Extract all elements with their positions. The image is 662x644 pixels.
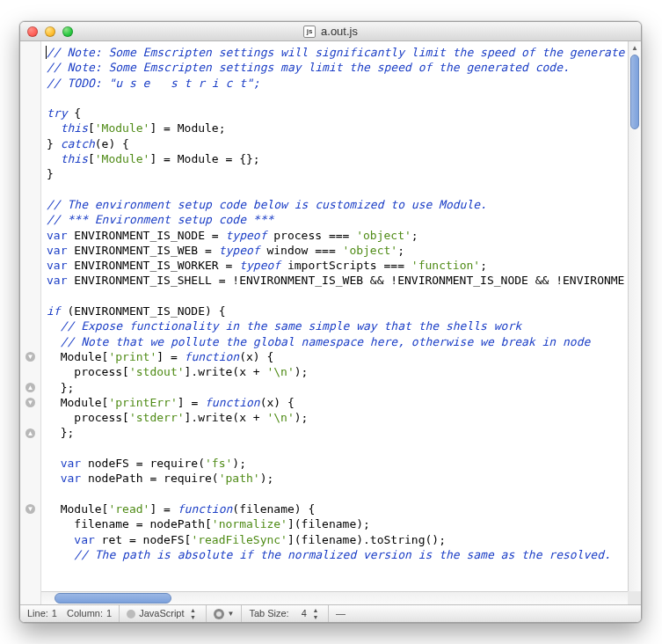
scrollbar-thumb-h[interactable] (55, 593, 171, 604)
scrollbar-track[interactable] (629, 55, 640, 591)
traffic-lights (27, 26, 73, 37)
status-bar: Line: 1 Column: 1 JavaScript ▲▼ ▼ Tab Si… (20, 604, 641, 622)
language-selector[interactable]: JavaScript ▲▼ (120, 605, 206, 622)
tabsize-value: 4 (302, 609, 307, 618)
fold-open-icon[interactable]: ▼ (25, 504, 35, 514)
status-extra-text: — (336, 609, 346, 618)
scroll-up-icon[interactable]: ▲ (629, 41, 641, 55)
settings-menu[interactable]: ▼ (207, 605, 243, 622)
editor-window: js a.out.js ▼▲▼▲▼ // Note: Some Emscript… (19, 21, 642, 623)
line-label: Line: (27, 609, 48, 618)
minimize-icon[interactable] (45, 26, 55, 37)
window-title: js a.out.js (303, 26, 358, 38)
chevron-down-icon: ▼ (228, 610, 235, 618)
window-title-text: a.out.js (321, 26, 358, 37)
fold-close-icon[interactable]: ▲ (25, 383, 35, 392)
scrollbar-thumb[interactable] (630, 55, 639, 129)
code-area[interactable]: // Note: Some Emscripten settings will s… (41, 41, 641, 604)
cursor-position: Line: 1 Column: 1 (20, 605, 120, 622)
fold-open-icon[interactable]: ▼ (25, 352, 35, 362)
stepper-icon[interactable]: ▲▼ (310, 607, 321, 621)
titlebar[interactable]: js a.out.js (20, 22, 641, 41)
scrollbar-corner (628, 591, 641, 604)
vertical-scrollbar[interactable]: ▲ ▼ (628, 41, 641, 604)
column-label: Column: (67, 609, 103, 618)
status-extra: — (329, 605, 641, 622)
horizontal-scrollbar[interactable] (41, 591, 628, 604)
gutter[interactable]: ▼▲▼▲▼ (20, 41, 41, 604)
close-icon[interactable] (27, 26, 38, 37)
column-value: 1 (106, 609, 112, 618)
gear-icon[interactable] (214, 609, 224, 619)
tab-size-selector[interactable]: Tab Size: 4 ▲▼ (242, 605, 329, 622)
js-file-icon: js (303, 26, 316, 38)
tabsize-label: Tab Size: (249, 609, 288, 618)
fold-open-icon[interactable]: ▼ (25, 398, 35, 407)
language-name: JavaScript (139, 609, 184, 618)
editor-area[interactable]: ▼▲▼▲▼ // Note: Some Emscripten settings … (20, 41, 641, 604)
zoom-icon[interactable] (62, 26, 73, 37)
fold-close-icon[interactable]: ▲ (25, 428, 35, 438)
language-dot-icon (127, 610, 135, 618)
line-value: 1 (52, 609, 57, 618)
stepper-icon[interactable]: ▲▼ (188, 607, 199, 621)
